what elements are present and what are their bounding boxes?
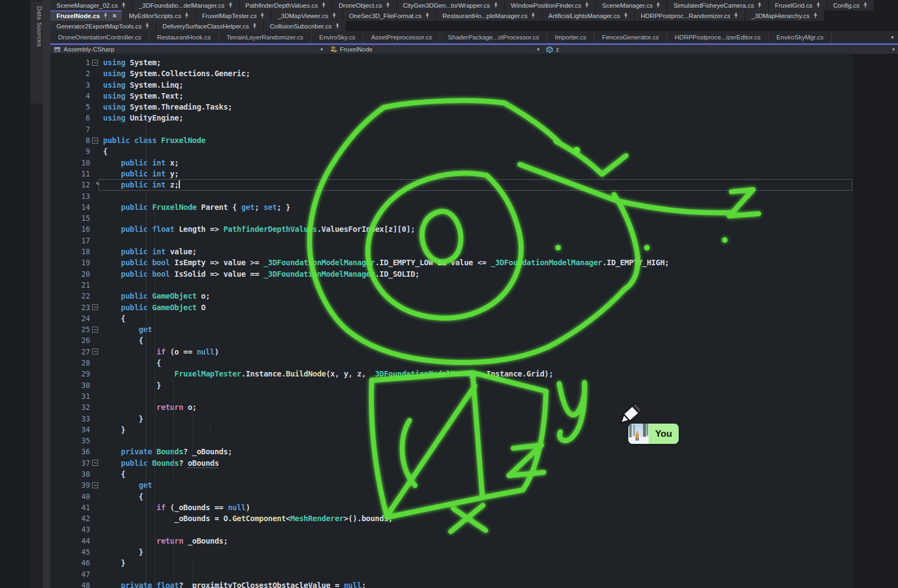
document-tab[interactable]: DroneObject.cs — [333, 0, 397, 10]
document-tab-unpinned[interactable]: DroneOrientationController.cs — [50, 31, 150, 43]
code-line[interactable]: 1−using System; — [50, 57, 898, 68]
document-tab[interactable]: HDRPPostproc...Randomizer.cs — [635, 10, 746, 21]
code-line[interactable]: 32 return o; — [50, 402, 898, 413]
close-icon[interactable]: × — [112, 12, 116, 20]
code-line[interactable]: 3using System.Linq; — [50, 79, 898, 90]
code-line[interactable]: 16 public float Length => PathfinderDept… — [50, 224, 898, 235]
document-tab[interactable]: CityGen3DGen...torWrapper.cs — [397, 0, 505, 10]
document-tab-unpinned[interactable]: AssetPreprocessor.cs — [363, 31, 440, 43]
fold-marker[interactable]: − — [92, 482, 98, 488]
line-number: 6 — [50, 112, 90, 123]
project-dropdown[interactable]: Assembly-CSharp ▾ — [50, 45, 326, 54]
code-line[interactable]: 29 FruxelMapTester.Instance.BuildNode(x,… — [50, 368, 898, 379]
code-line[interactable]: 8−public class FruxelNode — [50, 135, 898, 146]
fold-marker[interactable]: − — [92, 349, 98, 355]
document-tab-unpinned[interactable]: TerrainLayerRandomizer.cs — [219, 31, 311, 43]
document-tab[interactable]: FruxelMapTester.cs — [196, 10, 271, 21]
chevron-down-icon[interactable]: ▾ — [886, 31, 898, 43]
code-line[interactable]: 21 — [50, 279, 898, 290]
document-tab[interactable]: _3DFoundatio...delManager.cs — [133, 0, 240, 10]
code-line[interactable]: 31 — [50, 391, 898, 402]
fold-marker[interactable]: − — [92, 327, 98, 333]
code-line[interactable]: 43 — [50, 524, 898, 535]
code-line[interactable]: 34 } — [50, 424, 898, 435]
code-line[interactable]: 36 private Bounds? _oBounds; — [50, 446, 898, 457]
code-line[interactable]: 37− public Bounds? oBounds — [50, 458, 898, 469]
code-line[interactable]: 9{ — [50, 146, 898, 157]
code-line[interactable]: 13 — [50, 191, 898, 202]
document-tab-unpinned[interactable]: Importer.cs — [547, 31, 594, 43]
code-line[interactable]: 10 public int x; — [50, 157, 898, 168]
code-line[interactable]: 39− get — [50, 479, 898, 490]
code-line[interactable]: 14 public FruxelNode Parent { get; set; … — [50, 202, 898, 213]
code-line[interactable]: 38 { — [50, 469, 898, 479]
code-line[interactable]: 2using System.Collections.Generic; — [50, 68, 898, 79]
document-tab[interactable]: ArtificialLightsManager.cs — [542, 10, 634, 21]
document-tab[interactable]: SimulatedFisheyeCamera.cs — [667, 0, 769, 10]
code-editor[interactable]: 1−using System;2using System.Collections… — [50, 54, 898, 588]
code-line[interactable]: 15 — [50, 213, 898, 224]
document-tab[interactable]: SceneManager_02.cs — [50, 0, 133, 10]
code-line[interactable]: 40 { — [50, 491, 898, 502]
code-line[interactable]: 48 private float? _proximityToClosestObs… — [50, 580, 898, 588]
document-tab-unpinned[interactable]: ShaderPackage...stProcessor.cs — [440, 31, 547, 43]
document-tab[interactable]: CollisionSubscriber.cs — [264, 21, 346, 31]
document-tab[interactable]: WindowPositionFinder.cs — [505, 0, 596, 10]
code-line[interactable]: 17 — [50, 235, 898, 246]
code-line[interactable]: 47 — [50, 569, 898, 580]
document-tab[interactable]: MyEditorScripts.cs — [123, 10, 196, 21]
code-line[interactable]: 5using System.Threading.Tasks; — [50, 101, 898, 112]
code-line[interactable]: 11 public int y; — [50, 168, 898, 179]
data-sources-vertical-tab[interactable]: Data Sources — [31, 2, 43, 104]
document-tab[interactable]: DeliverySurfaceClassHelper.cs — [156, 21, 264, 31]
document-tab[interactable]: _3DMapHierarchy.cs — [745, 10, 825, 21]
code-line[interactable]: 33 } — [50, 413, 898, 424]
chevron-down-icon[interactable]: ▾ — [892, 47, 895, 52]
document-tab-unpinned[interactable]: FencesGenerator.cs — [594, 31, 667, 43]
fold-marker[interactable]: − — [92, 304, 98, 310]
code-line[interactable]: 25− get — [50, 324, 898, 335]
document-tab-unpinned[interactable]: EnviroSky.cs — [311, 31, 363, 43]
code-line[interactable]: 46 } — [50, 557, 898, 568]
document-tab[interactable]: RestaurantHo...pleManager.cs — [436, 10, 542, 21]
code-line[interactable]: 7 — [50, 124, 898, 135]
document-tab[interactable]: FruxelNode.cs× — [50, 10, 123, 21]
code-line[interactable]: 27− if (o == null) — [50, 346, 898, 357]
document-tab-unpinned[interactable]: HDRPPostproce...izerEditor.cs — [667, 31, 769, 43]
chevron-down-icon[interactable]: ▾ — [537, 47, 539, 52]
code-line[interactable]: 22 public GameObject o; — [50, 290, 898, 301]
fold-marker[interactable]: − — [92, 460, 98, 466]
document-tab[interactable]: OneSec3D_FileFormat.cs — [343, 10, 436, 21]
code-line[interactable]: 24 { — [50, 313, 898, 324]
code-line[interactable]: 42 _oBounds = O.GetComponent<MeshRendere… — [50, 513, 898, 524]
code-line[interactable]: 4using System.Text; — [50, 90, 898, 101]
document-tab[interactable]: FruxelGrid.cs — [769, 0, 827, 10]
code-line[interactable]: 44 return _oBounds; — [50, 535, 898, 546]
code-line[interactable]: 20 public bool IsSolid => value == _3DFo… — [50, 269, 898, 279]
fold-marker[interactable]: − — [92, 60, 98, 66]
code-line[interactable]: 6using UnityEngine; — [50, 112, 898, 123]
document-tab[interactable]: SceneManager.cs — [596, 0, 667, 10]
document-tab[interactable]: _3DMapViewer.cs — [271, 10, 343, 21]
code-line[interactable]: 19 public bool IsEmpty => value >= _3DFo… — [50, 257, 898, 268]
code-line[interactable]: 28 { — [50, 357, 898, 368]
document-tab-unpinned[interactable]: EnviroSkyMgr.cs — [769, 31, 832, 43]
code-line[interactable]: 30 } — [50, 380, 898, 391]
member-dropdown[interactable]: z ▾ — [543, 45, 898, 54]
code-text: } — [102, 557, 126, 568]
type-dropdown[interactable]: FruxelNode ▾ — [326, 45, 543, 54]
document-tab-unpinned[interactable]: RestaurantHook.cs — [150, 31, 219, 43]
code-line[interactable]: 12✎ public int z; — [50, 179, 898, 190]
code-token: UnityEngine; — [126, 113, 184, 122]
document-tab[interactable]: PathfinderDepthValues.cs — [240, 0, 333, 10]
chevron-down-icon[interactable]: ▾ — [320, 47, 323, 52]
code-line[interactable]: 26 { — [50, 335, 898, 346]
code-line[interactable]: 41 if (_oBounds == null) — [50, 502, 898, 513]
code-line[interactable]: 23− public GameObject O — [50, 302, 898, 313]
code-line[interactable]: 45 } — [50, 546, 898, 557]
document-tab[interactable]: Config.cs — [827, 0, 874, 10]
fold-marker[interactable]: − — [92, 138, 98, 144]
code-line[interactable]: 35 — [50, 435, 898, 446]
document-tab[interactable]: Generator2ExportMapTools.cs — [50, 21, 156, 31]
code-line[interactable]: 18 public int value; — [50, 246, 898, 257]
